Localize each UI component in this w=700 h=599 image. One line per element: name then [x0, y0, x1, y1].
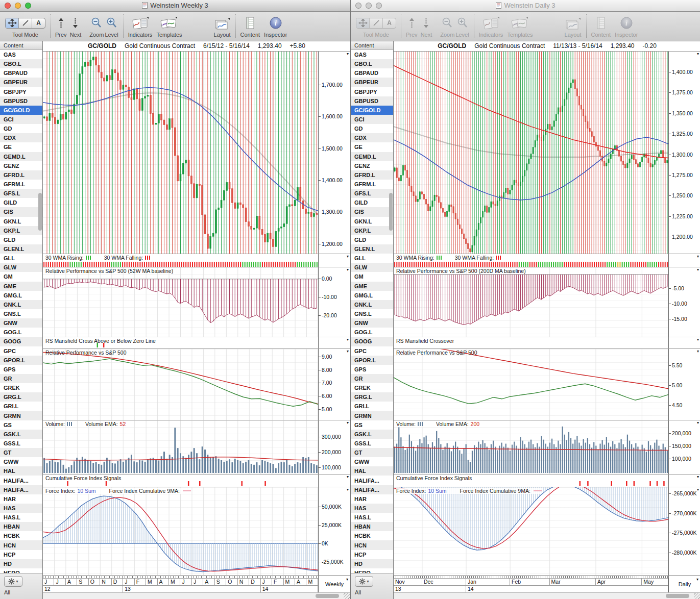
sidebar-item-gas[interactable]: GAS: [0, 50, 42, 59]
sidebar-item-gmgl[interactable]: GMG.L: [0, 291, 42, 300]
sidebar-item-grgl[interactable]: GRG.L: [351, 392, 393, 402]
plot-cfi[interactable]: Cumulative Force Index Signals: [43, 475, 319, 487]
symbol-list[interactable]: GASGBO.LGBPAUDGBPEURGBPJPYGBPUSDGC/GOLDG…: [0, 50, 42, 573]
sidebar-item-has[interactable]: HAS: [0, 504, 42, 513]
sidebar-item-gll[interactable]: GLL: [351, 254, 393, 263]
panel-menu-caret[interactable]: ▾: [697, 475, 699, 479]
sidebar-item-gps[interactable]: GPS: [0, 365, 42, 374]
layout-button[interactable]: Layout: [214, 14, 231, 38]
sidebar-item-gkpl[interactable]: GKP.L: [0, 226, 42, 235]
panel-menu-caret[interactable]: ▾: [347, 475, 349, 479]
sidebar-item-gbpeur[interactable]: GBPEUR: [0, 78, 42, 87]
sidebar-item-hban[interactable]: HBAN: [0, 522, 42, 531]
sidebar-item-hal[interactable]: HAL: [351, 466, 393, 476]
line-tool-button[interactable]: [18, 18, 32, 28]
symbol-list[interactable]: GASGBO.LGBPAUDGBPEURGBPJPYGBPUSDGC/GOLDG…: [351, 50, 393, 573]
content-button[interactable]: Content: [240, 14, 260, 38]
sidebar-item-gcgold[interactable]: GC/GOLD: [351, 106, 393, 115]
sidebar-item-gci[interactable]: GCI: [0, 115, 42, 124]
resize-grip[interactable]: [344, 593, 350, 599]
sidebar-item-hcp[interactable]: HCP: [0, 550, 42, 559]
sidebar-item-gme[interactable]: GME: [0, 282, 42, 291]
sidebar-item-gme[interactable]: GME: [351, 282, 393, 291]
sidebar-item-glenl[interactable]: GLEN.L: [0, 244, 42, 254]
sidebar-item-gfrml[interactable]: GFRM.L: [351, 180, 393, 189]
sidebar-item-grek[interactable]: GREK: [0, 383, 42, 392]
sidebar-item-gemdl[interactable]: GEMD.L: [351, 152, 393, 161]
text-tool-button[interactable]: A: [32, 18, 45, 28]
sidebar-item-halifa[interactable]: HALIFA...: [351, 485, 393, 494]
sidebar-item-gskl[interactable]: GSK.L: [351, 430, 393, 439]
horizontal-scrollbar[interactable]: [394, 592, 700, 599]
sidebar-item-gbpaud[interactable]: GBPAUD: [0, 68, 42, 78]
sidebar-item-gas[interactable]: GAS: [351, 50, 393, 59]
horizontal-scrollbar-thumb[interactable]: [316, 594, 339, 598]
plot-price[interactable]: [394, 52, 669, 254]
sidebar-item-hd[interactable]: HD: [0, 559, 42, 568]
sidebar-item-halifa[interactable]: HALIFA...: [351, 476, 393, 485]
sidebar-item-gcgold[interactable]: GC/GOLD: [0, 106, 42, 115]
tool-mode-segmented[interactable]: A: [356, 18, 396, 29]
sidebar-item-hcbk[interactable]: HCBK: [351, 531, 393, 540]
templates-button[interactable]: Templates: [156, 14, 182, 38]
sidebar-item-hasl[interactable]: HAS.L: [0, 513, 42, 522]
sidebar-item-gfrml[interactable]: GFRM.L: [0, 180, 42, 189]
sidebar-item-gskl[interactable]: GSK.L: [0, 430, 42, 439]
titlebar[interactable]: Weinstein Daily 3: [351, 0, 700, 12]
panel-menu-caret[interactable]: ▾: [697, 337, 699, 342]
sidebar-item-gporl[interactable]: GPOR.L: [0, 356, 42, 365]
tool-mode-segmented[interactable]: A: [5, 18, 45, 29]
panel-menu-caret[interactable]: ▾: [697, 349, 699, 354]
sidebar-item-hero[interactable]: HERO: [0, 568, 42, 573]
sidebar-item-gbol[interactable]: GBO.L: [0, 59, 42, 68]
inspector-button[interactable]: iInspector: [615, 14, 638, 38]
sidebar-item-gd[interactable]: GD: [351, 124, 393, 133]
next-button[interactable]: Next: [421, 14, 432, 38]
templates-button[interactable]: Templates: [507, 14, 533, 38]
sidebar-item-gs[interactable]: GS: [351, 420, 393, 430]
sidebar-item-genz[interactable]: GENZ: [0, 161, 42, 170]
move-tool-button[interactable]: [6, 18, 18, 28]
plot-wma[interactable]: 30 WMA Rising:30 WMA Falling:: [43, 254, 319, 267]
sidebar-item-hero[interactable]: HERO: [351, 568, 393, 573]
sidebar-item-gbpeur[interactable]: GBPEUR: [351, 78, 393, 87]
sidebar-item-gbol[interactable]: GBO.L: [351, 59, 393, 68]
sidebar-item-genz[interactable]: GENZ: [351, 161, 393, 170]
sidebar-item-gril[interactable]: GRI.L: [0, 402, 42, 411]
sidebar-item-gfrdl[interactable]: GFRD.L: [0, 170, 42, 180]
sidebar-item-gbpjpy[interactable]: GBPJPY: [0, 87, 42, 96]
layout-button[interactable]: Layout: [565, 14, 582, 38]
plot-force[interactable]: Force Index:10 SumForce Index Cumulative…: [43, 487, 319, 575]
sidebar-item-glenl[interactable]: GLEN.L: [351, 244, 393, 254]
sidebar-item-gnkl[interactable]: GNK.L: [0, 300, 42, 309]
inspector-button[interactable]: iInspector: [264, 14, 287, 38]
sidebar-item-gogl[interactable]: GOG.L: [0, 328, 42, 337]
panel-menu-caret[interactable]: ▾: [347, 254, 349, 259]
sidebar-item-gm[interactable]: GM: [0, 272, 42, 281]
sidebar-item-ge[interactable]: GE: [0, 142, 42, 152]
sidebar-item-gild[interactable]: GILD: [0, 198, 42, 207]
panel-menu-caret[interactable]: ▾: [697, 52, 699, 56]
sidebar-item-gpc[interactable]: GPC: [0, 346, 42, 356]
panel-menu-caret[interactable]: ▾: [347, 337, 349, 342]
sidebar-item-gnw[interactable]: GNW: [0, 318, 42, 328]
timeframe-selector[interactable]: Weekly▾: [319, 576, 350, 592]
sidebar-item-ge[interactable]: GE: [351, 142, 393, 152]
panel-menu-caret[interactable]: ▾: [347, 487, 349, 492]
sidebar-item-gbpusd[interactable]: GBPUSD: [0, 96, 42, 106]
sidebar-item-gssl[interactable]: GSS.L: [351, 439, 393, 448]
sidebar-item-gdx[interactable]: GDX: [0, 133, 42, 142]
sidebar-item-glw[interactable]: GLW: [351, 263, 393, 272]
sidebar-item-gogl[interactable]: GOG.L: [351, 328, 393, 337]
sidebar-item-halifa[interactable]: HALIFA...: [0, 476, 42, 485]
sidebar-item-gww[interactable]: GWW: [351, 457, 393, 466]
sidebar-item-har[interactable]: HAR: [0, 494, 42, 504]
plot-vol[interactable]: Volume:Volume EMA:52: [43, 420, 319, 474]
sidebar-item-grek[interactable]: GREK: [351, 383, 393, 392]
plot-price[interactable]: [43, 52, 319, 254]
sidebar-item-gs[interactable]: GS: [0, 420, 42, 430]
panel-menu-caret[interactable]: ▾: [347, 52, 349, 56]
sidebar-item-gkpl[interactable]: GKP.L: [351, 226, 393, 235]
sidebar-item-har[interactable]: HAR: [351, 494, 393, 504]
sidebar-item-hban[interactable]: HBAN: [351, 522, 393, 531]
